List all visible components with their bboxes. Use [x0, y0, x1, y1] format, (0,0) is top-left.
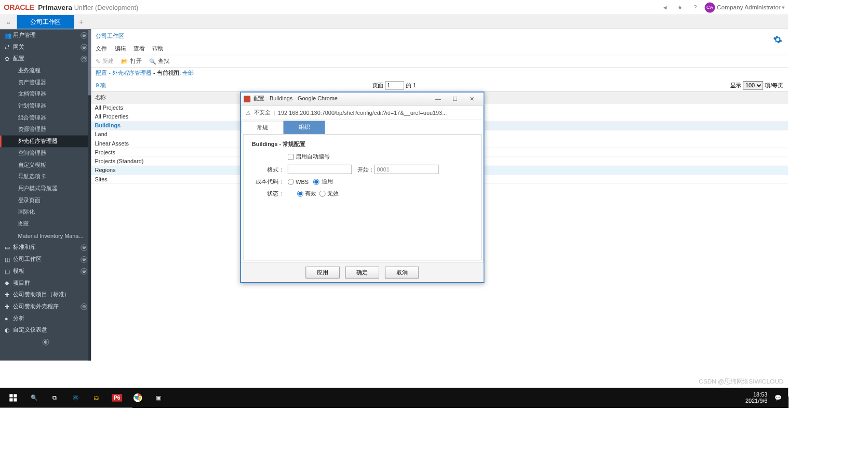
users-icon: 👥 — [5, 32, 13, 38]
gateway-icon: ⇄ — [5, 44, 13, 50]
expand-icon[interactable]: ⊕ — [81, 256, 87, 263]
wbs-radio[interactable] — [288, 179, 294, 185]
expand-icon[interactable]: ⊕ — [42, 338, 49, 345]
valid-radio[interactable] — [297, 191, 303, 197]
open-button[interactable]: 📂打开 — [121, 57, 141, 65]
search-icon[interactable]: 🔍 — [23, 388, 44, 407]
env-label: Unifier (Development) — [74, 4, 139, 11]
ie-icon[interactable]: ⓔ — [65, 388, 86, 407]
sidebar-sub-i18n[interactable]: 国际化 — [0, 206, 91, 218]
find-button[interactable]: 🔍查找 — [149, 57, 169, 65]
user-name[interactable]: Company Administrator — [717, 4, 781, 11]
sidebar-sub-stamp[interactable]: 图章 — [0, 218, 91, 230]
menu-help[interactable]: 帮助 — [152, 45, 164, 52]
announce-icon[interactable]: ◄ — [659, 2, 671, 13]
sidebar-item-gateway[interactable]: ⇄网关⊕ — [0, 41, 91, 53]
user-menu-chevron-icon[interactable]: ▾ — [782, 4, 784, 11]
explorer-icon[interactable]: 🗂 — [86, 388, 106, 407]
taskview-icon[interactable]: ⧉ — [44, 388, 65, 407]
menu-file[interactable]: 文件 — [96, 45, 107, 52]
sidebar-item-tpl[interactable]: ▢模板⊕ — [0, 265, 91, 277]
page-input[interactable] — [385, 81, 404, 89]
open-icon: 📂 — [121, 58, 128, 64]
sidebar-sub-bizflow[interactable]: 业务流程 — [0, 64, 91, 76]
settings-gear-icon[interactable] — [773, 35, 782, 44]
star-icon[interactable]: ★ — [674, 2, 686, 13]
ok-button[interactable]: 确定 — [345, 267, 379, 279]
collapse-icon[interactable]: ⊖ — [81, 56, 87, 62]
sidebar-item-projgroup[interactable]: ◆项目群 — [0, 277, 91, 289]
help-icon[interactable]: ? — [689, 2, 701, 13]
notifications-icon[interactable]: 💬 — [771, 388, 785, 407]
scrollbar-thumb[interactable] — [88, 29, 91, 95]
sidebar-sub-plan[interactable]: 计划管理器 — [0, 100, 91, 112]
sidebar-sub-shell[interactable]: 外壳程序管理器 — [0, 136, 91, 148]
expand-icon[interactable]: ⊕ — [81, 244, 87, 251]
sidebar-sub-portfolio[interactable]: 组合管理器 — [0, 112, 91, 124]
sidebar-item-dashboard[interactable]: ◐自定义仪表盘 — [0, 324, 91, 336]
sidebar-sub-custtpl[interactable]: 自定义模板 — [0, 159, 91, 171]
invalid-radio[interactable] — [319, 191, 326, 197]
svg-rect-0 — [9, 394, 12, 397]
expand-icon[interactable]: ⊕ — [81, 44, 87, 50]
apply-button[interactable]: 应用 — [305, 267, 339, 279]
expand-icon[interactable]: ⊕ — [81, 303, 87, 310]
tab-org[interactable]: 组织 — [284, 121, 325, 134]
workspace-icon: ◫ — [5, 256, 13, 263]
format-input[interactable] — [288, 165, 352, 174]
menu-view[interactable]: 查看 — [133, 45, 145, 52]
avatar[interactable]: CA — [704, 2, 715, 12]
view-all-link[interactable]: 全部 — [182, 70, 194, 76]
sidebar-item-config[interactable]: ✿配置⊖ — [0, 53, 91, 65]
expand-icon[interactable]: ⊕ — [81, 268, 87, 274]
tab-general[interactable]: 常规 — [241, 121, 284, 134]
auto-number-label: 启用自动编号 — [296, 153, 329, 161]
sidebar-item-analysis[interactable]: ●分析 — [0, 312, 91, 324]
per-page-select[interactable]: 100 — [743, 81, 763, 89]
clock[interactable]: 18:53 2021/9/6 — [745, 392, 771, 404]
expand-icon[interactable]: ⊕ — [81, 32, 87, 38]
breadcrumb-link[interactable]: 公司工作区 — [96, 33, 124, 39]
new-button[interactable]: ✎新建 — [96, 57, 114, 65]
general-radio[interactable] — [313, 179, 319, 185]
sidebar-sub-usernav[interactable]: 用户模式导航器 — [0, 182, 91, 194]
start-button[interactable] — [3, 388, 23, 407]
add-tab-icon[interactable]: + — [74, 15, 88, 29]
org-icon: ✚ — [5, 292, 13, 298]
sidebar-item-users[interactable]: 👥用户管理⊕ — [0, 29, 91, 41]
chrome-icon[interactable] — [127, 388, 148, 407]
diamond-icon: ◆ — [5, 280, 13, 286]
sidebar-item-sponsor-proj[interactable]: ✚公司赞助项目（标准） — [0, 289, 91, 301]
sidebar-sub-login[interactable]: 登录页面 — [0, 194, 91, 206]
tab-company-workspace[interactable]: 公司工作区 — [17, 15, 74, 29]
sidebar-sub-space[interactable]: 空间管理器 — [0, 147, 91, 159]
path-link[interactable]: 配置 - 外壳程序管理器 — [96, 70, 152, 76]
sidebar-sub-navtab[interactable]: 导航选项卡 — [0, 171, 91, 183]
sidebar-sub-doc[interactable]: 文档管理器 — [0, 88, 91, 100]
sidebar-scrollbar[interactable] — [88, 29, 91, 360]
menu-bar: 文件 编辑 查看 帮助 — [91, 43, 788, 56]
start-input[interactable] — [375, 165, 438, 174]
auto-number-checkbox[interactable] — [288, 154, 294, 160]
p6-icon[interactable]: P6 — [106, 388, 127, 407]
terminal-icon[interactable]: ▣ — [148, 388, 169, 407]
sidebar-sub-asset[interactable]: 资产管理器 — [0, 76, 91, 88]
sidebar-sub-resource[interactable]: 资源管理器 — [0, 124, 91, 136]
menu-edit[interactable]: 编辑 — [115, 45, 126, 52]
sidebar-sub-material[interactable]: Material Inventory Mana... — [0, 230, 91, 242]
sidebar-item-more[interactable]: ⊕ — [0, 336, 91, 348]
oracle-logo: ORACLE — [4, 3, 34, 11]
dialog-titlebar[interactable]: 配置 - Buildings - Google Chrome — ☐ ✕ — [241, 93, 484, 105]
url-text[interactable]: 192.168.200.130:7000/bp/shell/config/edi… — [278, 109, 447, 116]
home-icon[interactable]: ⌂ — [0, 15, 17, 29]
maximize-button[interactable]: ☐ — [447, 94, 464, 103]
close-button[interactable]: ✕ — [464, 94, 481, 103]
sidebar-item-stdlib[interactable]: ▭标准和库⊕ — [0, 242, 91, 254]
minimize-button[interactable]: — — [430, 94, 447, 103]
dashboard-icon: ◐ — [5, 327, 13, 334]
sidebar-item-compws[interactable]: ◫公司工作区⊕ — [0, 254, 91, 266]
cancel-button[interactable]: 取消 — [385, 267, 419, 279]
workspace-tabs: ⌂ 公司工作区 + — [0, 15, 788, 29]
sidebar-item-sponsor-shell[interactable]: ✚公司赞助外壳程序⊕ — [0, 300, 91, 312]
path-row: 配置 - 外壳程序管理器 - 当前视图: 全部 — [91, 68, 788, 80]
